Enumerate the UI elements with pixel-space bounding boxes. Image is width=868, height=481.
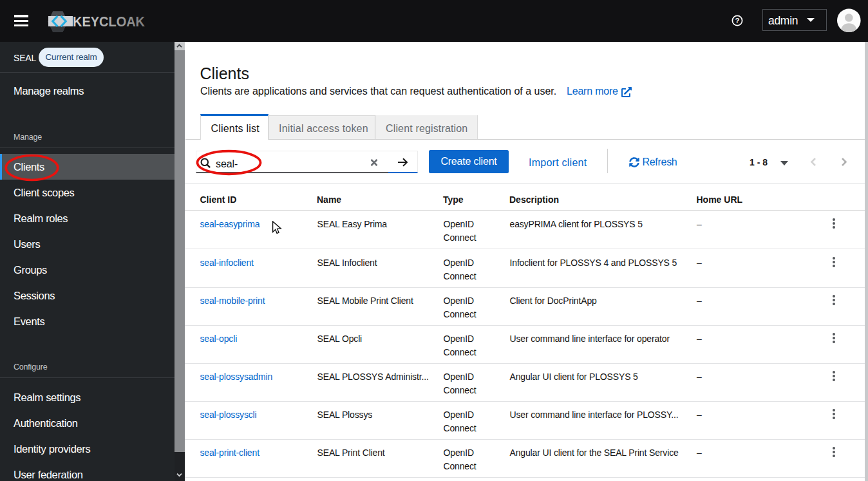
svg-text:KEYCLOAK: KEYCLOAK bbox=[73, 14, 146, 30]
svg-text:?: ? bbox=[735, 17, 739, 24]
